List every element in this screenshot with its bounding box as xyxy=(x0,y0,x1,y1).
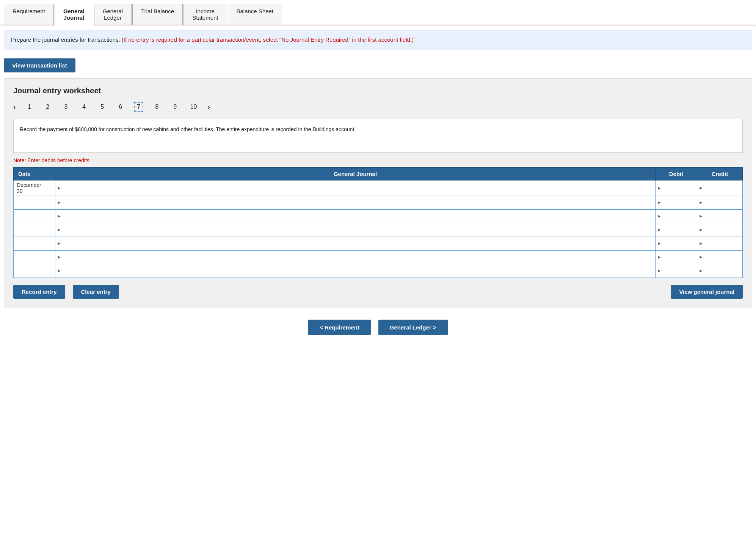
debit-cell-5[interactable]: ► xyxy=(656,237,697,250)
row-arrow-1: ► xyxy=(57,185,61,191)
page-4[interactable]: 4 xyxy=(80,103,89,111)
credit-cell-7[interactable]: ► xyxy=(697,264,743,278)
page-3[interactable]: 3 xyxy=(61,103,71,111)
debit-input-5[interactable] xyxy=(656,237,697,250)
view-general-journal-button[interactable]: View general journal xyxy=(671,285,743,299)
record-entry-button[interactable]: Record entry xyxy=(13,285,65,299)
page-5[interactable]: 5 xyxy=(98,103,107,111)
tab-balance-sheet[interactable]: Balance Sheet xyxy=(228,4,282,25)
debit-input-3[interactable] xyxy=(656,210,697,223)
debit-input-1[interactable] xyxy=(656,180,697,196)
journal-input-1[interactable] xyxy=(55,180,655,196)
next-page-arrow[interactable]: › xyxy=(207,102,210,111)
table-row: ► ► ► xyxy=(14,250,743,264)
table-row: ► ► ► xyxy=(14,223,743,237)
debit-arrow-2: ► xyxy=(657,200,662,205)
journal-input-6[interactable] xyxy=(55,251,655,264)
credit-arrow-4: ► xyxy=(699,227,703,232)
journal-cell-4[interactable]: ► xyxy=(55,223,656,237)
tab-trial-balance[interactable]: Trial Balance xyxy=(132,4,183,25)
clear-entry-button[interactable]: Clear entry xyxy=(73,285,119,299)
debit-cell-2[interactable]: ► xyxy=(656,196,697,209)
page-7[interactable]: 7 xyxy=(134,102,143,112)
debit-input-6[interactable] xyxy=(656,251,697,264)
page-2[interactable]: 2 xyxy=(43,103,52,111)
row-arrow-5: ► xyxy=(57,241,61,246)
page-10[interactable]: 10 xyxy=(189,103,199,111)
tab-general-journal[interactable]: GeneralJournal xyxy=(55,4,93,25)
credit-input-5[interactable] xyxy=(697,237,742,250)
debit-cell-3[interactable]: ► xyxy=(656,209,697,223)
credit-cell-3[interactable]: ► xyxy=(697,209,743,223)
footer-prev-button[interactable]: < Requirement xyxy=(308,320,371,335)
credit-input-3[interactable] xyxy=(697,210,742,223)
credit-input-6[interactable] xyxy=(697,251,742,264)
col-header-debit: Debit xyxy=(656,167,697,180)
date-cell-3 xyxy=(14,209,55,223)
debit-input-4[interactable] xyxy=(656,223,697,237)
journal-entry-worksheet: Journal entry worksheet ‹ 1 2 3 4 5 6 7 … xyxy=(4,78,752,308)
view-transaction-button[interactable]: View transaction list xyxy=(4,58,75,72)
row-arrow-6: ► xyxy=(57,254,61,260)
prev-page-arrow[interactable]: ‹ xyxy=(13,102,16,111)
credit-input-7[interactable] xyxy=(697,264,742,278)
credit-cell-5[interactable]: ► xyxy=(697,237,743,250)
debit-cell-7[interactable]: ► xyxy=(656,264,697,278)
credit-cell-2[interactable]: ► xyxy=(697,196,743,209)
tab-income-statement[interactable]: IncomeStatement xyxy=(184,4,227,25)
instruction-red-text: (If no entry is required for a particula… xyxy=(122,36,414,43)
debit-cell-6[interactable]: ► xyxy=(656,250,697,264)
page-1[interactable]: 1 xyxy=(25,103,34,111)
table-row: December30 ► ► ► xyxy=(14,180,743,196)
row-arrow-3: ► xyxy=(57,213,61,219)
page-8[interactable]: 8 xyxy=(152,103,162,111)
credit-cell-6[interactable]: ► xyxy=(697,250,743,264)
col-header-date: Date xyxy=(14,167,55,180)
row-arrow-7: ► xyxy=(57,268,61,273)
date-cell-1: December30 xyxy=(14,180,55,196)
row-arrow-2: ► xyxy=(57,200,61,205)
journal-cell-5[interactable]: ► xyxy=(55,237,656,250)
transaction-description: Record the payment of $800,000 for const… xyxy=(13,119,743,153)
credit-cell-4[interactable]: ► xyxy=(697,223,743,237)
debit-cell-4[interactable]: ► xyxy=(656,223,697,237)
debit-arrow-4: ► xyxy=(657,227,662,232)
date-cell-2 xyxy=(14,196,55,209)
journal-input-4[interactable] xyxy=(55,223,655,237)
debit-input-7[interactable] xyxy=(656,264,697,278)
credit-arrow-3: ► xyxy=(699,213,703,219)
page-6[interactable]: 6 xyxy=(116,103,125,111)
worksheet-title: Journal entry worksheet xyxy=(13,86,743,95)
journal-cell-1[interactable]: ► xyxy=(55,180,656,196)
journal-input-5[interactable] xyxy=(55,237,655,250)
credit-input-1[interactable] xyxy=(697,180,742,196)
instruction-box: Prepare the journal entries for transact… xyxy=(4,30,752,50)
row-arrow-4: ► xyxy=(57,227,61,232)
debit-arrow-7: ► xyxy=(657,268,662,273)
journal-cell-3[interactable]: ► xyxy=(55,209,656,223)
tab-requirement[interactable]: Requirement xyxy=(4,4,54,25)
instruction-text: Prepare the journal entries for transact… xyxy=(11,36,122,43)
table-row: ► ► ► xyxy=(14,209,743,223)
footer-next-button[interactable]: General Ledger > xyxy=(378,320,448,335)
journal-cell-7[interactable]: ► xyxy=(55,264,656,278)
tab-general-ledger[interactable]: GeneralLedger xyxy=(94,4,132,25)
credit-arrow-6: ► xyxy=(699,254,703,260)
credit-arrow-2: ► xyxy=(699,200,703,205)
journal-cell-2[interactable]: ► xyxy=(55,196,656,209)
journal-cell-6[interactable]: ► xyxy=(55,250,656,264)
journal-input-3[interactable] xyxy=(55,210,655,223)
date-cell-7 xyxy=(14,264,55,278)
credit-input-4[interactable] xyxy=(697,223,742,237)
table-row: ► ► ► xyxy=(14,237,743,250)
action-buttons: Record entry Clear entry View general jo… xyxy=(13,285,743,299)
pagination-row: ‹ 1 2 3 4 5 6 7 8 9 10 › xyxy=(13,102,743,112)
credit-input-2[interactable] xyxy=(697,196,742,209)
journal-input-7[interactable] xyxy=(55,264,655,278)
page-9[interactable]: 9 xyxy=(171,103,180,111)
debit-cell-1[interactable]: ► xyxy=(656,180,697,196)
credit-cell-1[interactable]: ► xyxy=(697,180,743,196)
debit-input-2[interactable] xyxy=(656,196,697,209)
journal-input-2[interactable] xyxy=(55,196,655,209)
debit-arrow-5: ► xyxy=(657,241,662,246)
